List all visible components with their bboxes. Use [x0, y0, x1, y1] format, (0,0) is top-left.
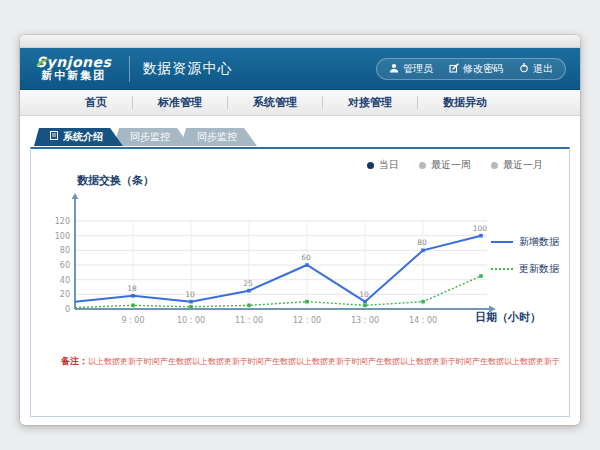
footer-note: 备注：以上数据更新于时间产生数据以上数据更新于时间产生数据以上数据更新于时间产生… — [61, 355, 560, 368]
tab-sync-monitor-1[interactable]: 同步监控 — [114, 128, 190, 146]
data-point — [189, 305, 193, 309]
main-nav: 首页 标准管理 系统管理 对接管理 数据异动 — [20, 90, 580, 116]
radio-last-month-label: 最近一月 — [503, 158, 543, 172]
nav-item-standard[interactable]: 标准管理 — [133, 96, 228, 109]
svg-text:60: 60 — [60, 261, 70, 270]
nav-item-home[interactable]: 首页 — [60, 96, 133, 109]
leaf-icon — [36, 52, 52, 70]
change-password-label: 修改密码 — [463, 62, 503, 76]
svg-text:20: 20 — [60, 290, 70, 299]
radio-today[interactable]: 当日 — [367, 158, 399, 172]
logout-label: 退出 — [533, 62, 553, 76]
tab-system-intro[interactable]: 系统介绍 — [34, 128, 123, 146]
legend-item-new-data: 新增数据 — [491, 235, 559, 249]
power-icon — [519, 63, 529, 75]
chart-svg: 0204060801001209 : 0010 : 0011 : 0012 : … — [47, 191, 525, 343]
window-chrome-strip — [20, 35, 580, 48]
tab-bar: 系统介绍 同步监控 同步监控 — [34, 128, 580, 146]
svg-text:100: 100 — [55, 232, 70, 241]
app-window: Synjones 新中新集团 数据资源中心 管理员 修改密码 — [20, 35, 580, 425]
data-point — [131, 294, 135, 298]
legend-item-updated-data: 更新数据 — [491, 262, 559, 276]
data-point — [247, 304, 251, 308]
data-point — [247, 289, 251, 293]
data-point — [131, 304, 135, 308]
data-label: 10 — [185, 290, 195, 299]
user-menu-admin-label: 管理员 — [403, 62, 433, 76]
blue-line-swatch — [491, 241, 513, 243]
svg-text:11 : 00: 11 : 00 — [235, 316, 263, 325]
time-range-filter: 当日 最近一周 最近一月 — [367, 158, 543, 172]
data-point — [305, 263, 309, 267]
radio-last-week-label: 最近一周 — [431, 158, 471, 172]
app-header: Synjones 新中新集团 数据资源中心 管理员 修改密码 — [20, 48, 580, 90]
data-point — [363, 304, 367, 308]
radio-last-week[interactable]: 最近一周 — [419, 158, 471, 172]
radio-dot — [419, 162, 426, 169]
y-axis-title: 数据交换（条） — [77, 173, 154, 188]
chart-panel: 当日 最近一周 最近一月 数据交换（条） 0204060801001209 : … — [30, 147, 570, 417]
page: { "header": { "logo_en": "Synjones", "lo… — [0, 0, 600, 450]
footer-note-label: 备注： — [61, 356, 88, 366]
radio-dot-selected — [367, 162, 374, 169]
svg-text:120: 120 — [55, 217, 70, 226]
radio-today-label: 当日 — [379, 158, 399, 172]
company-logo: Synjones 新中新集团 — [30, 55, 117, 82]
edit-icon — [449, 63, 459, 75]
svg-text:40: 40 — [60, 276, 70, 285]
footer-note-text: 以上数据更新于时间产生数据以上数据更新于时间产生数据以上数据更新于时间产生数据以… — [88, 357, 560, 366]
data-point — [305, 300, 309, 304]
data-point — [479, 274, 483, 278]
svg-text:9 : 00: 9 : 00 — [121, 316, 144, 325]
legend-label-new-data: 新增数据 — [519, 235, 559, 249]
user-icon — [389, 63, 399, 75]
data-label: 100 — [473, 224, 488, 233]
page-title: 数据资源中心 — [142, 60, 232, 78]
nav-item-system[interactable]: 系统管理 — [228, 96, 323, 109]
data-point — [363, 300, 367, 304]
user-menu-admin[interactable]: 管理员 — [389, 62, 433, 76]
data-label: 18 — [127, 284, 137, 293]
legend-label-updated-data: 更新数据 — [519, 262, 559, 276]
nav-item-docking[interactable]: 对接管理 — [323, 96, 418, 109]
svg-text:10 : 00: 10 : 00 — [177, 316, 205, 325]
svg-text:80: 80 — [60, 246, 70, 255]
tab-sync-monitor-1-label: 同步监控 — [130, 128, 170, 146]
data-label: 60 — [301, 253, 311, 262]
radio-last-month[interactable]: 最近一月 — [491, 158, 543, 172]
document-icon — [50, 128, 58, 146]
svg-text:12 : 00: 12 : 00 — [293, 316, 321, 325]
change-password-button[interactable]: 修改密码 — [449, 62, 503, 76]
data-point — [421, 249, 425, 253]
tab-system-intro-label: 系统介绍 — [63, 128, 103, 146]
data-label: 80 — [417, 238, 427, 247]
radio-dot — [491, 162, 498, 169]
logout-button[interactable]: 退出 — [519, 62, 553, 76]
chart-area: 0204060801001209 : 0010 : 0011 : 0012 : … — [47, 191, 525, 347]
nav-item-datachange[interactable]: 数据异动 — [418, 96, 512, 109]
data-label: 10 — [359, 290, 369, 299]
svg-text:14 : 00: 14 : 00 — [409, 316, 437, 325]
header-divider — [129, 56, 130, 82]
data-point — [189, 300, 193, 304]
green-dotted-swatch — [491, 268, 513, 270]
data-point — [421, 300, 425, 304]
svg-text:13 : 00: 13 : 00 — [351, 316, 379, 325]
svg-text:0: 0 — [65, 305, 70, 314]
data-label: 25 — [243, 279, 253, 288]
tab-sync-monitor-2-label: 同步监控 — [197, 128, 237, 146]
user-bar: 管理员 修改密码 退出 — [376, 58, 566, 80]
logo-text-cn: 新中新集团 — [36, 70, 111, 82]
data-point — [479, 234, 483, 238]
chart-legend: 新增数据 更新数据 — [491, 235, 559, 276]
tab-sync-monitor-2[interactable]: 同步监控 — [181, 128, 257, 146]
x-axis-title: 日期（小时） — [475, 310, 541, 325]
